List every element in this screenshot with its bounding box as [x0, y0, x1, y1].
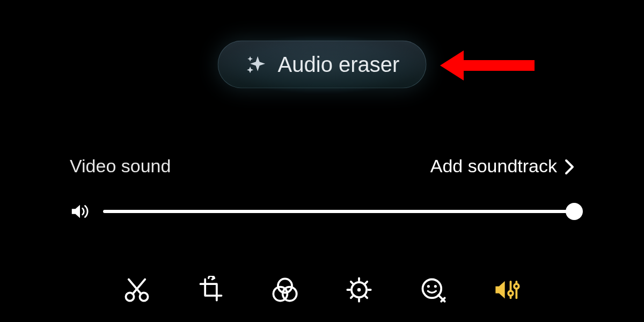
svg-marker-1: [440, 50, 464, 80]
editor-toolbar: [0, 274, 644, 306]
audio-sliders-icon: [493, 276, 521, 304]
svg-point-25: [514, 284, 519, 289]
annotation-arrow-icon: [440, 50, 537, 80]
volume-slider-thumb[interactable]: [566, 203, 583, 220]
video-sound-title: Video sound: [70, 156, 171, 177]
svg-rect-0: [459, 60, 535, 71]
svg-line-17: [351, 296, 353, 298]
svg-line-18: [365, 282, 367, 283]
tool-filters-button[interactable]: [269, 274, 301, 306]
svg-point-20: [427, 285, 430, 288]
audio-eraser-button[interactable]: Audio eraser: [218, 41, 427, 89]
tool-markup-button[interactable]: [417, 274, 449, 306]
svg-point-23: [508, 291, 513, 296]
svg-point-8: [283, 287, 297, 301]
tool-trim-button[interactable]: [121, 274, 153, 306]
svg-line-15: [351, 282, 353, 283]
tool-audio-button[interactable]: [491, 274, 523, 306]
speaker-loud-icon: [70, 201, 90, 222]
svg-line-16: [365, 296, 367, 298]
svg-point-21: [434, 285, 437, 288]
sparkle-icon: [245, 53, 267, 76]
crop-rotate-icon: [197, 276, 225, 304]
scissors-icon: [123, 276, 151, 304]
emoji-pencil-icon: [419, 276, 447, 304]
adjust-dial-icon: [345, 276, 373, 304]
add-soundtrack-button[interactable]: Add soundtrack: [430, 156, 574, 177]
volume-slider[interactable]: [103, 203, 574, 220]
filter-circles-icon: [271, 276, 299, 304]
chevron-right-icon: [565, 158, 574, 174]
svg-point-6: [278, 279, 292, 292]
tool-crop-button[interactable]: [195, 274, 227, 306]
add-soundtrack-label: Add soundtrack: [430, 156, 557, 177]
volume-slider-track: [103, 210, 574, 213]
tool-adjust-button[interactable]: [343, 274, 375, 306]
audio-eraser-label: Audio eraser: [278, 53, 400, 77]
svg-point-10: [357, 288, 361, 292]
